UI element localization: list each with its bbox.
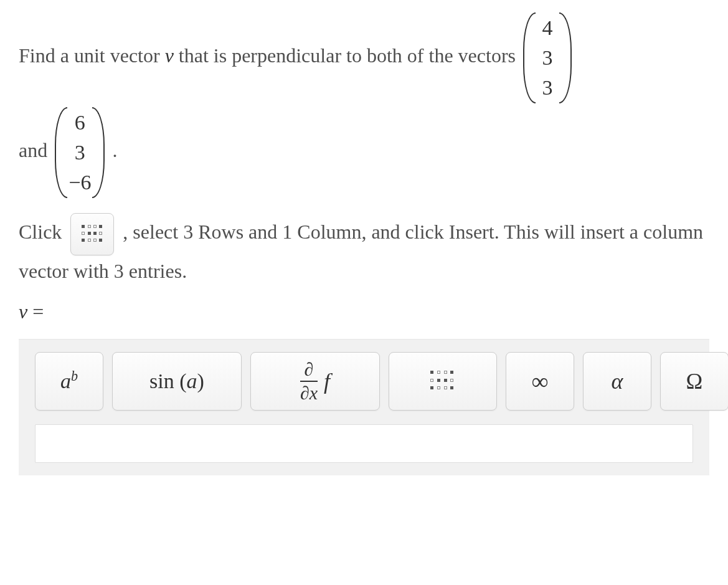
omega-button[interactable]: Ω	[660, 352, 728, 411]
equation-input[interactable]	[35, 424, 693, 463]
trig-open: (	[174, 369, 187, 392]
trig-arg: a	[187, 369, 197, 392]
problem-period: .	[112, 139, 117, 161]
matrix-icon	[430, 371, 455, 392]
infinity-button[interactable]: ∞	[506, 352, 574, 411]
matrix-button[interactable]	[389, 352, 497, 411]
hint-after-icon: , select 3 Rows and 1 Column, and click …	[19, 221, 703, 282]
matrix-insert-button[interactable]	[70, 213, 114, 255]
equation-editor-toolbar: ab sin (a) ∂ ∂x f	[19, 339, 709, 475]
answer-label: v =	[19, 296, 709, 328]
problem-area: Find a unit vector v that is perpendicul…	[0, 0, 728, 475]
vector-b-entry-1: 6	[69, 112, 90, 133]
trig-close: )	[197, 369, 204, 392]
trig-function-button[interactable]: sin (a)	[112, 352, 242, 411]
alpha-button[interactable]: α	[583, 352, 651, 411]
problem-paragraph-2: and 6 3 −6 .	[19, 107, 709, 198]
trig-fn: sin	[149, 369, 174, 392]
answer-var-v: v	[19, 300, 27, 323]
deriv-den-x: x	[310, 383, 318, 403]
problem-text-1: Find a unit vector	[19, 44, 165, 67]
deriv-num: ∂	[305, 360, 314, 381]
omega-symbol: Ω	[686, 364, 703, 400]
vector-b-entry-3: −6	[69, 172, 91, 193]
vector-a-entry-2: 3	[537, 47, 558, 69]
derivative-button[interactable]: ∂ ∂x f	[250, 352, 380, 411]
infinity-symbol: ∞	[531, 363, 548, 401]
var-v: v	[165, 44, 174, 67]
vector-a-entry-1: 4	[537, 17, 558, 39]
superscript-exp: b	[71, 368, 78, 384]
deriv-den-d: ∂	[300, 383, 310, 403]
vector-a: 4 3 3	[523, 12, 572, 103]
hint-click: Click	[19, 221, 67, 243]
superscript-button[interactable]: ab	[35, 352, 103, 411]
superscript-base: a	[60, 369, 71, 392]
vector-b-entry-2: 3	[69, 142, 90, 163]
matrix-icon	[82, 225, 103, 244]
hint-paragraph: Click , select 3 Rows and 1 Column, and …	[19, 213, 709, 287]
alpha-symbol: α	[612, 364, 623, 400]
vector-a-entry-3: 3	[537, 77, 558, 98]
deriv-f: f	[324, 364, 330, 400]
problem-and: and	[19, 139, 52, 161]
vector-b: 6 3 −6	[55, 107, 105, 198]
problem-paragraph-1: Find a unit vector v that is perpendicul…	[19, 12, 709, 103]
answer-equals: =	[27, 300, 44, 323]
problem-text-2: that is perpendicular to both of the vec…	[174, 44, 521, 67]
